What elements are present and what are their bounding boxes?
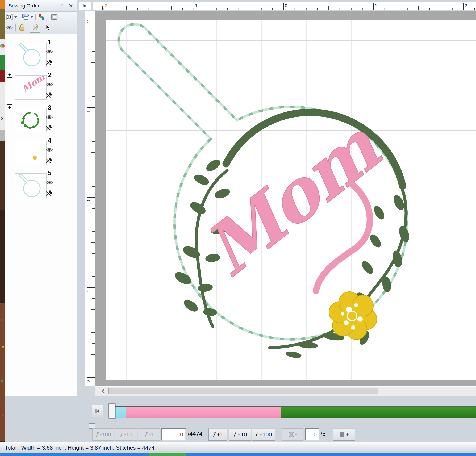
- collapse-minus-icon[interactable]: [89, 423, 95, 429]
- stitch-total-label: /4474: [188, 430, 202, 437]
- next-color-button[interactable]: +: [333, 428, 355, 441]
- stitch-back-10-button[interactable]: -10: [115, 428, 137, 441]
- pin-icon[interactable]: [60, 4, 64, 8]
- horizontal-scrollbar[interactable]: [95, 386, 476, 396]
- h-ruler-label: 2: [463, 3, 467, 10]
- desktop-strip-block: [0, 70, 5, 82]
- v-ruler-label: 1: [87, 107, 95, 114]
- status-text: Total : Width = 3.68 inch, Height = 3.87…: [5, 445, 155, 451]
- scissors-tool-button[interactable]: [30, 23, 40, 33]
- ruler-unit-box: in.: [79, 2, 91, 10]
- combine-objects-dropdown-icon[interactable]: [30, 12, 34, 22]
- desktop-strip-block: [0, 9, 5, 39]
- design-page[interactable]: Mom: [106, 20, 476, 380]
- vertical-ruler: 2 1 0 1 2: [85, 11, 95, 386]
- chrome-logo-icon: [0, 44, 5, 48]
- desktop-dot: [2, 415, 4, 417]
- expand-plus-box[interactable]: +: [7, 72, 12, 78]
- stitch-forward-100-button[interactable]: +100: [252, 428, 275, 441]
- color-sequence-bar[interactable]: [115, 406, 476, 418]
- desktop-strip-block: [0, 141, 5, 210]
- color-segment-pink[interactable]: [126, 407, 281, 418]
- expand-plus-box[interactable]: +: [7, 104, 12, 110]
- visibility-eye-button[interactable]: [5, 23, 14, 32]
- h-ruler-label: 0: [283, 3, 287, 10]
- h-ruler-label: 2: [104, 3, 107, 10]
- stitch-back-1-button[interactable]: -1: [138, 428, 160, 441]
- fit-view-dropdown-icon[interactable]: [14, 12, 18, 22]
- color-sort-button[interactable]: [37, 12, 46, 22]
- combine-objects-button[interactable]: [21, 12, 30, 22]
- toolbar-separator: [15, 24, 16, 31]
- scissors-icon[interactable]: [45, 60, 52, 67]
- scissors-icon[interactable]: [45, 92, 52, 100]
- design-window: in. 2 1 0 1 2 2 1 0 1 2: [77, 0, 476, 386]
- scrollbar-thumb[interactable]: [108, 388, 378, 394]
- hoop-button[interactable]: [50, 12, 59, 22]
- toolbar-separator: [28, 24, 28, 31]
- desktop-strip-block: [0, 0, 5, 9]
- canvas-workspace[interactable]: Mom: [95, 11, 476, 386]
- desktop-dot: [1, 319, 3, 321]
- toolbar-separator: [48, 14, 48, 20]
- color-segment-green[interactable]: [281, 407, 476, 418]
- desktop-strip-block: [0, 303, 5, 441]
- toolbar-separator: [42, 24, 42, 31]
- current-color-input[interactable]: [305, 428, 319, 441]
- scissors-icon[interactable]: [45, 158, 52, 165]
- stitch-forward-10-button[interactable]: +10: [229, 428, 251, 441]
- stitch-forward-1-button[interactable]: +1: [208, 428, 227, 441]
- sewing-item-number: 5: [48, 170, 51, 177]
- desktop-dot: [2, 346, 4, 348]
- lock-button[interactable]: [17, 23, 26, 32]
- splitter-line: [97, 426, 475, 426]
- eye-icon[interactable]: [46, 180, 53, 186]
- close-panel-icon[interactable]: [69, 4, 73, 8]
- desktop-dot: [1, 380, 3, 382]
- sewing-item-thumbnail[interactable]: Mom: [15, 75, 47, 100]
- desktop-strip-block: [0, 82, 5, 130]
- scroll-left-button[interactable]: [99, 388, 106, 395]
- v-ruler-label: 2: [87, 377, 95, 384]
- sewing-item-number: 3: [48, 104, 51, 111]
- embroidery-design[interactable]: Mom: [106, 20, 476, 380]
- toolbar-separator: [19, 14, 19, 20]
- eye-icon[interactable]: [46, 115, 53, 120]
- scissors-icon[interactable]: [45, 190, 52, 198]
- previous-color-button[interactable]: -: [282, 428, 303, 441]
- panel-toolbar: [5, 12, 77, 34]
- sewing-item-thumbnail[interactable]: [15, 43, 47, 67]
- svg-text:Mom: Mom: [20, 76, 46, 94]
- eye-icon[interactable]: [46, 82, 53, 88]
- scissors-icon[interactable]: [45, 125, 52, 132]
- stitch-back-100-button[interactable]: -100: [92, 428, 114, 441]
- color-segment-cyan[interactable]: [115, 407, 126, 418]
- horizontal-ruler: 2 1 0 1 2: [93, 2, 476, 10]
- skip-to-start-button[interactable]: [92, 405, 103, 417]
- panel-header: Sewing Order: [5, 0, 77, 12]
- sewing-order-panel: Sewing Order: [5, 0, 77, 402]
- h-ruler-label: 1: [194, 3, 197, 10]
- status-bar: Total : Width = 3.68 inch, Height = 3.87…: [0, 442, 476, 453]
- sewing-item-thumbnail[interactable]: [15, 173, 47, 198]
- desktop-strip-block: [0, 210, 5, 303]
- taskbar-sliver: [0, 453, 476, 456]
- select-cursor-button[interactable]: [44, 23, 53, 32]
- simulator-slider-handle[interactable]: [108, 403, 115, 419]
- current-stitch-input[interactable]: [161, 428, 186, 441]
- desktop-background-strip: [0, 0, 5, 442]
- sewing-item-thumbnail[interactable]: [15, 141, 47, 165]
- v-ruler-label: 0: [87, 197, 95, 204]
- eye-icon[interactable]: [46, 49, 53, 55]
- desktop-strip-block: [0, 55, 5, 70]
- fit-view-button[interactable]: [5, 12, 14, 22]
- sewing-item-thumbnail[interactable]: [15, 108, 47, 132]
- color-total-label: /5: [321, 430, 325, 437]
- background-close-icon: [1, 117, 4, 120]
- toolbar-separator: [35, 14, 36, 20]
- sewing-item-number: 1: [48, 39, 51, 46]
- eye-icon[interactable]: [46, 148, 53, 153]
- panel-title: Sewing Order: [9, 3, 39, 9]
- stitch-simulator-band: -100 -10 -1 /4474 +1 +10 +100 - /5 +: [5, 396, 476, 442]
- sewing-item-number: 4: [48, 137, 51, 144]
